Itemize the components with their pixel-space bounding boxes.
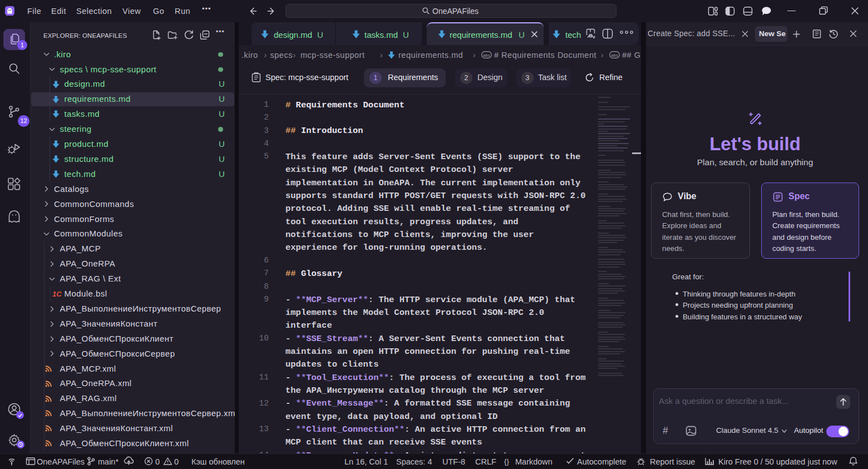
svg-text:abc: abc [483,53,490,58]
svg-text:abc: abc [611,53,618,58]
